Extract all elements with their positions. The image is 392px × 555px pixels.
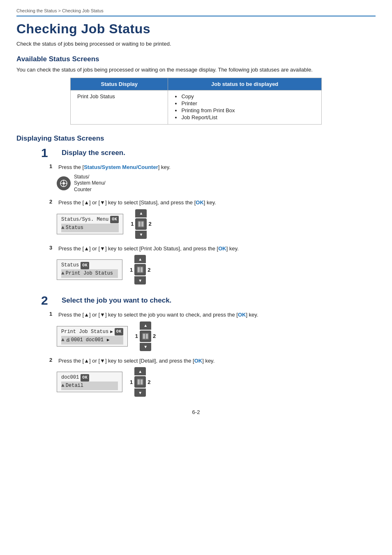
ok-key-label-2: OK (218, 245, 226, 252)
key-panel-2-1: ▲ 1 2 ▼ (135, 321, 156, 351)
key-up-btn-2-1: ▲ (140, 321, 151, 330)
arrow-right-2-1: ▶ (107, 337, 110, 344)
doc-icon: 🖨 (66, 337, 70, 344)
lcd-line2-1-3: Print Job Status (66, 270, 113, 278)
substep-1-3-text: Press the [▲] or [▼] key to select [Prin… (58, 245, 239, 253)
intro-text: Check the status of jobs being processed… (16, 41, 376, 47)
substep-2-2-text: Press the [▲] or [▼] key to select [Deta… (58, 357, 214, 365)
list-item: Copy (181, 93, 314, 99)
lcd-line1: Status/Sys. Menu (61, 216, 108, 224)
sys-menu-icon-wrap: Status/System Menu/Counter (57, 174, 376, 193)
lcd-wrap-2-2: doc001 OK ▲ Detail ▲ 1 (57, 367, 376, 397)
svg-rect-7 (138, 222, 141, 227)
key-middle-btn (135, 218, 147, 230)
section1-heading: Available Status Screens (16, 55, 376, 63)
lcd-line1-1-3: Status (61, 261, 79, 269)
key-up-btn-1-3: ▲ (134, 255, 146, 263)
key-panel-2-2: ▲ 1 2 ▼ (130, 367, 150, 397)
svg-rect-8 (141, 222, 143, 227)
breadcrumb: Checking the Status > Checking Job Statu… (16, 8, 376, 16)
lcd-box-2-1: Print Job Status ▶ OK ▲ 🖨 0001 doc001 ▶ (57, 326, 128, 347)
ok-badge-1-3: OK (81, 262, 89, 269)
lcd-arrow-2-1: ▲ (61, 336, 65, 345)
lcd-line1-2-1: Print Job Status (61, 328, 108, 336)
ok-badge-2-2: OK (81, 374, 89, 382)
substep-1-2-num: 2 (49, 199, 57, 205)
substep-1-1-num: 1 (49, 163, 57, 169)
key-down-btn-2-2: ▼ (134, 388, 146, 397)
svg-rect-11 (141, 267, 143, 272)
key-panel-1-2: ▲ 1 2 ▼ (131, 209, 151, 239)
list-item: Job Report/List (181, 114, 314, 120)
substep-2-1-text: Press the [▲] or [▼] key to select the j… (58, 311, 258, 319)
substep-1-3-num: 3 (49, 245, 57, 251)
lcd-row-2-2-2: ▲ Detail (61, 382, 118, 390)
step2-number: 2 (41, 294, 56, 308)
key-middle-svg-1-3 (136, 266, 144, 273)
lcd-line1-2-2: doc001 (61, 374, 79, 382)
lcd-arrow-1-3: ▲ (61, 269, 65, 278)
step2-title: Select the job you want to check. (62, 296, 171, 305)
substep-2-2: 2 Press the [▲] or [▼] key to select [De… (49, 357, 376, 397)
substep-2-2-num: 2 (49, 357, 57, 363)
step2-block: 2 Select the job you want to check. 1 Pr… (16, 294, 376, 397)
lcd-box-1-2: Status/Sys. Menu OK ▲ Status (57, 214, 123, 234)
svg-rect-10 (138, 267, 140, 272)
lcd-line2-2-2: Detail (66, 382, 83, 390)
lcd-row-2-1-2: ▲ 🖨 0001 doc001 ▶ (61, 336, 123, 345)
lcd-line2-2-1: 0001 doc001 (71, 336, 104, 344)
key-panel-label2: 2 (148, 221, 151, 227)
lcd-row-1-3-1: Status OK (61, 261, 118, 269)
section1-desc: You can check the status of jobs being p… (16, 67, 376, 73)
ok-key-label-4: OK (194, 358, 203, 364)
key-panel-label1-2-1: 1 (135, 333, 138, 339)
table-cell-statuses: Copy Printer Printing from Print Box Job… (168, 90, 321, 125)
key-panel-label2-1-3: 2 (148, 267, 150, 273)
key-middle-svg-2-1 (142, 333, 149, 340)
table-header-col1: Status Display (71, 78, 168, 90)
sys-menu-circle (57, 176, 71, 190)
key-middle-btn-1-3 (134, 264, 146, 275)
key-panel-label1: 1 (131, 221, 134, 227)
key-panel-1-3: ▲ 1 2 ▼ (130, 255, 150, 284)
lcd-line2-text: Status (66, 224, 83, 232)
key-panel-label1-2-2: 1 (130, 379, 133, 385)
substep-2-1-num: 1 (49, 311, 57, 317)
lcd-wrap-1-2: Status/Sys. Menu OK ▲ Status ▲ 1 (57, 209, 376, 239)
section2-heading: Displaying Status Screens (16, 134, 376, 143)
ok-key-label-3: OK (238, 312, 246, 318)
ok-key-label-1: OK (196, 199, 204, 206)
sys-menu-svg (60, 179, 68, 187)
svg-point-1 (62, 182, 65, 185)
key-label-status: Status/System Menu/Counter (84, 164, 158, 170)
page-number: 6-2 (16, 409, 376, 415)
substep-1-2: 2 Press the [▲] or [▼] key to select [St… (49, 199, 376, 239)
sys-menu-label: Status/System Menu/Counter (74, 174, 106, 193)
step1-number: 1 (41, 146, 56, 160)
key-panel-label2-2-1: 2 (153, 333, 156, 339)
lcd-row-1: Status/Sys. Menu OK (61, 216, 119, 224)
key-up-btn: ▲ (135, 209, 147, 217)
lcd-row-2: ▲ Status (61, 224, 119, 232)
list-item: Printer (181, 100, 314, 106)
lcd-arrow-icon: ▲ (61, 224, 65, 232)
lcd-box-1-3: Status OK ▲ Print Job Status (57, 259, 122, 280)
key-middle-svg-2-2 (136, 378, 144, 386)
key-down-btn-1-3: ▼ (134, 276, 146, 284)
print-arrow-icon: ▶ (110, 328, 113, 336)
key-middle-svg (137, 220, 145, 228)
svg-rect-16 (138, 379, 140, 384)
lcd-row-1-3-2: ▲ Print Job Status (61, 269, 118, 278)
lcd-wrap-2-1: Print Job Status ▶ OK ▲ 🖨 0001 doc001 ▶ … (57, 321, 376, 351)
ok-badge-2-1: OK (115, 328, 123, 335)
key-panel-label1-1-3: 1 (130, 267, 133, 273)
lcd-wrap-1-3: Status OK ▲ Print Job Status ▲ 1 (57, 255, 376, 284)
key-middle-btn-2-1 (140, 331, 151, 342)
svg-rect-14 (146, 334, 148, 339)
substep-1-1: 1 Press the [Status/System Menu/Counter]… (49, 163, 376, 193)
table-cell-display: Print Job Status (71, 90, 168, 125)
substep-1-1-text: Press the [Status/System Menu/Counter] k… (58, 163, 171, 171)
step1-block: 1 Display the screen. 1 Press the [Statu… (16, 146, 376, 284)
status-table: Status Display Job status to be displaye… (70, 78, 322, 125)
key-middle-btn-2-2 (134, 376, 146, 388)
